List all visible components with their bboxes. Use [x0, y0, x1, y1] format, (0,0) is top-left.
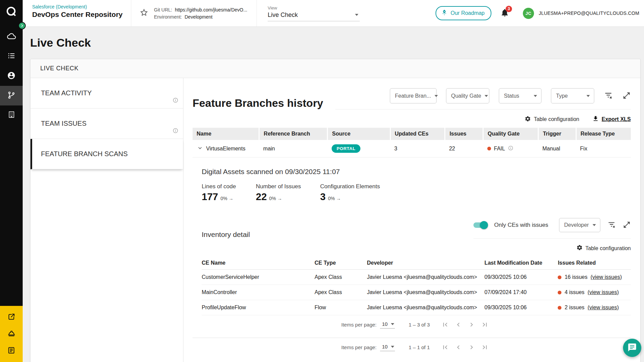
- issues-count: 22: [445, 140, 483, 158]
- sidebar-item-organization[interactable]: [0, 105, 23, 125]
- filter-label: Status: [504, 93, 519, 99]
- column-header-name[interactable]: Name: [193, 128, 259, 140]
- expand-table-button[interactable]: [622, 91, 631, 101]
- sidebar-item-docs[interactable]: [0, 346, 23, 356]
- last-page-button[interactable]: [481, 321, 489, 329]
- column-header-reference-branch[interactable]: Reference Branch: [259, 128, 328, 140]
- clear-filters-button[interactable]: [604, 91, 613, 101]
- filter-feature-branch[interactable]: Feature Bran...: [390, 88, 437, 103]
- quality-gate-fail-dot: [487, 147, 491, 150]
- inventory-expand-button[interactable]: [623, 221, 631, 230]
- environment-value: Development: [184, 14, 213, 20]
- feature-branch-panel: Feature Branches history Feature Bran...…: [183, 78, 640, 362]
- items-per-page-select[interactable]: 10: [380, 320, 395, 329]
- column-header-updated-ces[interactable]: Updated CEs: [390, 128, 445, 140]
- issues-dot: [558, 291, 561, 294]
- sidebar-item-list[interactable]: [0, 47, 23, 66]
- last-page-button[interactable]: [481, 343, 489, 351]
- filter-quality-gate[interactable]: Quality Gate: [446, 88, 489, 103]
- ce-developer: Javier Luesma <jluesma@qualityclouds.com…: [367, 300, 484, 315]
- issues-count-text: 16 issues: [564, 274, 587, 280]
- helmet-icon: [7, 329, 16, 339]
- info-icon[interactable]: [173, 127, 178, 135]
- stat-lines-of-code: Lines of code 177 0% →: [202, 183, 256, 202]
- ce-name: ProfileUpdateFlow: [202, 300, 314, 315]
- roadmap-button[interactable]: Our Roadmap: [436, 6, 492, 20]
- first-page-button[interactable]: [441, 343, 449, 351]
- live-check-subnav: TEAM ACTIVITY TEAM ISSUES FEATURE BRANCH…: [30, 78, 183, 362]
- subnav-item-team-issues[interactable]: TEAM ISSUES: [30, 108, 183, 139]
- gear-icon: [525, 116, 531, 123]
- ce-name: CustomerServiceHelper: [202, 270, 314, 285]
- table-configuration-button[interactable]: Table configuration: [525, 116, 579, 123]
- view-issues-link[interactable]: (view issues): [587, 305, 619, 311]
- info-icon[interactable]: [173, 97, 178, 105]
- org-link[interactable]: Salesforce (Development): [32, 4, 128, 9]
- notifications-button[interactable]: 3: [500, 8, 509, 19]
- filter-type[interactable]: Type: [551, 88, 594, 103]
- previous-page-button[interactable]: [454, 321, 462, 329]
- expand-icon: [623, 221, 631, 230]
- branch-scan-detail: Digital Assets scanned on 09/30/2025 11:…: [193, 158, 631, 334]
- column-header-issues-related[interactable]: Issues Related: [558, 257, 631, 270]
- sidebar-item-support[interactable]: [0, 329, 23, 339]
- collapse-row-chevron[interactable]: [197, 145, 203, 153]
- inventory-clear-filters-button[interactable]: [607, 220, 616, 230]
- column-header-developer[interactable]: Developer: [367, 257, 484, 270]
- feature-table-header-row: Name Reference Branch Source Updated CEs…: [193, 128, 631, 140]
- building-icon: [7, 111, 16, 120]
- previous-page-button[interactable]: [454, 343, 462, 351]
- sidebar: [0, 0, 23, 362]
- subnav-item-feature-branch-scans[interactable]: FEATURE BRANCH SCANS: [30, 139, 183, 169]
- inventory-pagination: Items per page: 10 1 – 3 of 3: [202, 315, 631, 334]
- download-icon: [592, 115, 599, 123]
- view-select-value: Live Check: [268, 11, 298, 19]
- column-header-issues[interactable]: Issues: [445, 128, 483, 140]
- info-icon[interactable]: [508, 145, 513, 152]
- view-issues-link[interactable]: (view issues): [591, 274, 622, 280]
- external-link-icon: [7, 313, 16, 322]
- filter-status[interactable]: Status: [499, 88, 541, 103]
- ce-last-modification: 07/09/2024 17:40: [485, 285, 558, 300]
- sidebar-item-clouds[interactable]: [0, 27, 23, 47]
- subnav-item-team-activity[interactable]: TEAM ACTIVITY: [30, 78, 183, 108]
- column-header-last-modification-date[interactable]: Last Modification Date: [485, 257, 558, 270]
- inventory-table-configuration-button[interactable]: Table configuration: [576, 244, 631, 252]
- dropdown-caret-icon: [593, 224, 596, 226]
- view-select[interactable]: Live Check: [268, 10, 360, 21]
- next-page-button[interactable]: [468, 343, 475, 351]
- ce-developer: Javier Luesma <jluesma@qualityclouds.com…: [367, 270, 484, 285]
- sidebar-item-profile[interactable]: [0, 66, 23, 86]
- export-xls-button[interactable]: Export XLS: [592, 115, 631, 123]
- column-header-release-type[interactable]: Release Type: [576, 128, 631, 140]
- branch-name: VirtusaElements: [206, 146, 245, 152]
- user-avatar[interactable]: JC: [523, 8, 534, 19]
- only-ces-with-issues-toggle[interactable]: [473, 222, 487, 228]
- column-header-trigger[interactable]: Trigger: [538, 128, 576, 140]
- qualityclouds-logo[interactable]: [4, 4, 19, 20]
- table-configuration-label: Table configuration: [534, 116, 579, 122]
- column-header-ce-type[interactable]: CE Type: [314, 257, 367, 270]
- chat-widget-button[interactable]: [623, 339, 641, 357]
- stat-value: 177: [202, 191, 218, 202]
- sidebar-expand-button[interactable]: [18, 22, 26, 29]
- sidebar-item-external-link[interactable]: [0, 313, 23, 322]
- view-issues-link[interactable]: (view issues): [587, 289, 619, 295]
- chevron-right-icon: [20, 24, 24, 28]
- column-header-quality-gate[interactable]: Quality Gate: [483, 128, 538, 140]
- scan-heading: Digital Assets scanned on 09/30/2025 11:…: [202, 168, 631, 176]
- feature-branch-row: VirtusaElements main PORTAL 3 22: [193, 140, 631, 158]
- inventory-table-actions: Table configuration: [202, 239, 631, 257]
- sidebar-item-devops[interactable]: [0, 86, 23, 105]
- favorite-star-icon[interactable]: [139, 8, 149, 19]
- column-header-ce-name[interactable]: CE Name: [202, 257, 314, 270]
- items-per-page-select[interactable]: 10: [380, 343, 395, 351]
- dropdown-caret-icon: [391, 346, 394, 348]
- card-header: LIVE CHECK: [30, 59, 640, 78]
- panel-head: Feature Branches history Feature Bran...…: [193, 78, 631, 110]
- column-header-source[interactable]: Source: [328, 128, 390, 140]
- first-page-button[interactable]: [441, 321, 449, 329]
- developer-filter[interactable]: Developer: [559, 218, 600, 232]
- next-page-button[interactable]: [468, 321, 475, 329]
- ce-type: Flow: [314, 300, 367, 315]
